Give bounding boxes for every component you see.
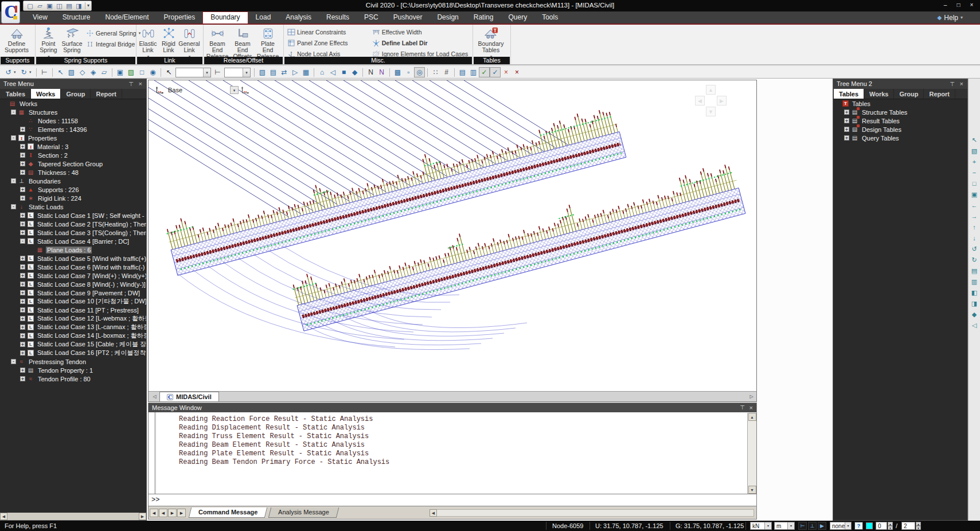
tree-item[interactable]: ∴Nodes : 11158 [0, 116, 146, 125]
tab-report[interactable]: Report [91, 89, 122, 99]
view-direction-combo[interactable]: ▾ [224, 68, 251, 77]
select-all-icon[interactable]: ▣ [115, 67, 126, 77]
tab-group[interactable]: Group [894, 89, 924, 99]
tree-item[interactable]: +LStatic Load Case 15 [Cable ; 케이블 장력] [0, 340, 146, 349]
tree-item[interactable]: -≈Prestressing Tendon [0, 357, 146, 366]
minimize-button[interactable]: – [939, 1, 951, 10]
tree-item[interactable]: -⊥Boundaries [0, 177, 146, 185]
tree-item[interactable]: +IMaterial : 3 [0, 142, 146, 151]
tab-scroll-right-icon[interactable]: ▷ [748, 393, 755, 400]
strip-pan-down-icon[interactable]: ↓ [970, 234, 979, 243]
color-swatch[interactable] [866, 522, 873, 529]
select-window-icon[interactable]: ▧ [66, 67, 77, 77]
display-option-icon[interactable]: ▥ [468, 67, 479, 77]
help-menu-label[interactable]: Help [944, 14, 958, 22]
view-navigation-pad[interactable]: ▲◀▶▼ [695, 85, 727, 116]
tab-scroll-left-icon[interactable]: ◁ [151, 393, 158, 400]
plane-axis-icon[interactable]: ⊢ [212, 67, 223, 77]
expand-icon[interactable]: + [20, 307, 25, 313]
tree-item[interactable]: +LStatic Load Case 13 [L-canmax ; 활하중-캔틸… [0, 323, 146, 331]
integral-bridge-button[interactable]: Integral Bridge [86, 40, 140, 48]
expand-icon[interactable]: + [20, 221, 25, 227]
strip-zoom-in-icon[interactable]: + [970, 158, 979, 166]
expand-icon[interactable]: + [20, 282, 25, 287]
value-left-field[interactable]: 0 [876, 522, 887, 530]
expand-icon[interactable]: + [844, 118, 849, 123]
length-unit-select[interactable]: m ▾ [774, 522, 795, 530]
expand-icon[interactable]: + [20, 342, 25, 347]
tree-item[interactable]: +ISection : 2 [0, 151, 146, 159]
tab-works[interactable]: Works [31, 89, 61, 99]
help-menu[interactable]: ◆ Help ▾ [938, 11, 963, 24]
tree-item[interactable]: ▤Works [0, 99, 146, 108]
last-record-icon[interactable]: ▶ [177, 509, 186, 517]
tree-horizontal-scrollbar[interactable]: ◀ ▶ [0, 513, 146, 520]
perspective-icon[interactable]: ◎ [414, 67, 425, 77]
menu-node-element[interactable]: Node/Element [97, 11, 156, 24]
tree-item[interactable]: +≈Tendon Profile : 80 [0, 374, 146, 383]
prev-record-icon[interactable]: ◀ [159, 509, 167, 517]
expand-icon[interactable]: + [20, 153, 25, 158]
pan-down-icon[interactable]: ▼ [706, 107, 716, 116]
ucs-toggle-icon[interactable]: ⊢ [798, 522, 807, 530]
tree-item[interactable]: +▤Thickness : 48 [0, 168, 146, 177]
deactivate-icon[interactable]: × [501, 67, 512, 77]
scroll-up-icon[interactable]: ▲ [748, 413, 756, 421]
qat-customize-icon[interactable]: ▾ [85, 2, 89, 9]
strip-rotate-left-icon[interactable]: ↺ [970, 245, 979, 253]
expand-icon[interactable]: + [20, 290, 25, 295]
context-help-button[interactable]: ? [854, 522, 863, 530]
menu-analysis[interactable]: Analysis [278, 11, 319, 24]
tree-item[interactable]: +▲Supports : 226 [0, 185, 146, 194]
close-icon[interactable]: × [139, 79, 142, 89]
new-project-icon[interactable]: ▢ [25, 1, 35, 10]
collapse-icon[interactable]: - [11, 204, 16, 209]
tab-group[interactable]: Group [61, 89, 91, 99]
collapse-icon[interactable]: - [20, 239, 25, 244]
expand-icon[interactable]: + [844, 135, 849, 140]
expand-icon[interactable]: + [20, 273, 25, 278]
tree-item[interactable]: +LStatic Load Case 11 [PT ; Prestress] [0, 306, 146, 314]
expand-icon[interactable]: + [20, 144, 25, 149]
close-icon[interactable]: × [749, 403, 753, 412]
expand-icon[interactable]: + [20, 230, 25, 235]
front-view-icon[interactable]: ■ [338, 67, 349, 77]
expand-icon[interactable]: + [20, 170, 25, 175]
select-polygon-icon[interactable]: ◇ [77, 67, 88, 77]
run-icon[interactable]: ▶ [818, 522, 826, 530]
expand-icon[interactable]: + [20, 213, 25, 218]
iso-view-icon[interactable]: ◆ [349, 67, 360, 77]
zoom-window-icon[interactable]: ▧ [257, 67, 268, 77]
dropdown-arrow-icon[interactable]: ▾ [29, 70, 34, 75]
scroll-left-icon[interactable]: ◀ [0, 513, 7, 520]
strip-top-view-icon[interactable]: ▥ [970, 278, 979, 286]
menu-boundary[interactable]: Boundary [202, 11, 248, 24]
snap-grid-icon[interactable]: # [441, 67, 452, 77]
named-plane-combo[interactable]: ▾ [175, 68, 211, 77]
menu-rating[interactable]: Rating [466, 11, 501, 24]
collapse-icon[interactable]: - [11, 178, 16, 183]
force-unit-select[interactable]: kN ▾ [750, 522, 772, 530]
tree-item[interactable]: +▤Query Tables [833, 134, 967, 142]
node-number-icon[interactable]: N [365, 67, 376, 77]
menu-pushover[interactable]: Pushover [386, 11, 430, 24]
menu-view[interactable]: View [25, 11, 55, 24]
shrink-elements-icon[interactable]: ▫ [403, 67, 414, 77]
tab-analysis-message[interactable]: Analysis Message [268, 507, 339, 518]
tree-item[interactable]: +◆Tapered Section Group [0, 159, 146, 168]
menu-tools[interactable]: Tools [534, 11, 565, 24]
initial-view-icon[interactable]: ⌂ [317, 67, 327, 77]
value-left-spinner[interactable]: ▲▼ [888, 522, 893, 530]
tree-item[interactable]: ▦Plane Loads : 6 [0, 245, 146, 254]
linear-constraints-button[interactable]: Linear Constraints [287, 28, 370, 36]
works-tree-icon[interactable]: ⊢ [39, 67, 50, 77]
tree-item[interactable]: +LStatic Load Case 7 [Wind(+) ; Wind(y+)… [0, 271, 146, 280]
tree-item[interactable]: +▤Design Tables [833, 125, 967, 134]
define-supports-button[interactable]: Define Supports [1, 26, 32, 53]
strip-pan-right-icon[interactable]: → [970, 212, 979, 221]
expand-icon[interactable]: + [20, 187, 25, 192]
tree-item[interactable]: +LStatic Load Case 12 [L-webmax ; 활하중-복부… [0, 314, 146, 323]
select-icon[interactable]: ↖ [55, 67, 66, 77]
expand-icon[interactable]: + [844, 110, 849, 115]
pin-icon[interactable]: ⊤ [128, 79, 134, 89]
